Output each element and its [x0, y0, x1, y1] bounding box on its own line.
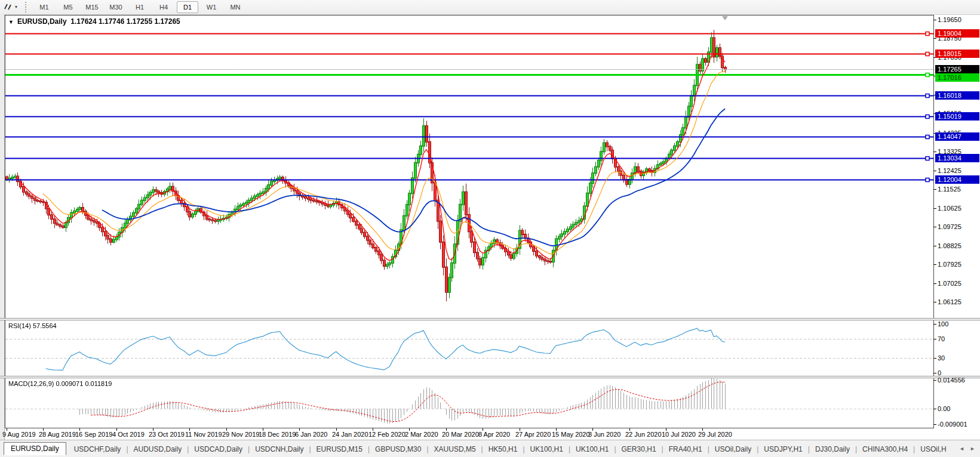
level-price-tag: 1.14047 [935, 132, 979, 141]
price-chart-canvas[interactable] [5, 16, 933, 318]
timeframe-button-h1[interactable]: H1 [129, 1, 150, 13]
price-tick-label: 1.19650 [938, 16, 961, 23]
timeframe-button-mn[interactable]: MN [225, 1, 246, 13]
rsi-tick [933, 373, 936, 373]
price-tick [933, 283, 936, 284]
timeframe-button-h4[interactable]: H4 [153, 1, 174, 13]
chart-title-symbol: EURUSD,Daily [17, 17, 67, 26]
chart-tab-hk50-h1[interactable]: HK50,H1 [483, 445, 523, 453]
chart-tab-uk100-h1[interactable]: UK100,H1 [570, 445, 614, 453]
chart-tab-usdcnh-daily[interactable]: USDCNH,Daily [250, 445, 309, 453]
rsi-panel-canvas[interactable] [5, 320, 933, 376]
price-tick [933, 246, 936, 246]
date-label: 3 Jun 2020 [588, 431, 620, 438]
level-price-tag: 1.18015 [935, 50, 979, 58]
rsi-tick-label: 30 [938, 354, 945, 362]
macd-panel-canvas[interactable] [5, 378, 933, 428]
chart-tab-fra40-h1[interactable]: FRA40,H1 [663, 445, 708, 453]
price-tick [933, 152, 936, 152]
chart-tools-icon[interactable]: ▾ [3, 2, 21, 13]
timeframe-button-m5[interactable]: M5 [57, 1, 79, 13]
date-label: 10 Jul 2020 [662, 431, 696, 438]
timeframe-button-m30[interactable]: M30 [105, 1, 127, 13]
timeframe-button-m1[interactable]: M1 [33, 1, 55, 13]
tabs-scroll-right-icon[interactable]: ► [970, 446, 975, 452]
date-label: 9 Aug 2019 [2, 431, 36, 438]
macd-tick-label: 0.00 [938, 405, 950, 412]
date-label: 12 Feb 2020 [368, 431, 405, 438]
chart-tabs: EURUSD,DailyUSDCHF,Daily|AUDUSD,Daily|US… [4, 440, 952, 457]
chart-tab-eurusd-daily[interactable]: EURUSD,Daily [4, 442, 66, 455]
price-tick [933, 171, 936, 171]
price-tick-label: 1.07025 [938, 280, 961, 287]
chart-tab-usdjpy-h1[interactable]: USDJPY,H1 [758, 445, 807, 453]
date-label: 24 Jan 2020 [332, 431, 368, 438]
price-tick-label: 1.09725 [938, 223, 961, 230]
price-tick-label: 1.08825 [938, 242, 961, 249]
chart-title: ▼EURUSD,Daily 1.17624 1.17746 1.17255 1.… [8, 17, 180, 26]
date-label: 27 Apr 2020 [515, 431, 551, 438]
chart-tab-usoil-h[interactable]: USOil,H [915, 445, 951, 453]
price-tick [933, 20, 936, 20]
level-price-tag: 1.16018 [935, 91, 979, 100]
macd-tick [933, 380, 936, 381]
macd-tick [933, 409, 936, 409]
oneclick-trading-arrow-icon[interactable]: ▼ [8, 19, 14, 25]
current-price-tag: 1.17265 [935, 65, 979, 73]
chart-tab-gbpusd-m30[interactable]: GBPUSD,M30 [370, 445, 426, 453]
chart-tab-uk100-h1[interactable]: UK100,H1 [525, 445, 569, 453]
mt4-window: ▾ M1M5M15M30H1H4D1W1MN ▼EURUSD,Daily 1.1… [0, 0, 980, 457]
tabs-scroll-left-icon[interactable]: ◄ [959, 446, 964, 452]
date-label: 11 Nov 2019 [185, 431, 222, 438]
price-tick-label: 1.11525 [938, 186, 961, 193]
macd-indicator-label: MACD(12,26,9) 0.009071 0.011819 [8, 380, 112, 387]
level-price-tag: 1.12004 [935, 175, 979, 184]
chart-tab-audusd-daily[interactable]: AUDUSD,Daily [128, 445, 188, 453]
price-tick [933, 189, 936, 190]
chart-tab-xauusd-m5[interactable]: XAUUSD,M5 [429, 445, 481, 453]
date-label: 29 Nov 2019 [222, 431, 259, 438]
timeframe-button-d1[interactable]: D1 [177, 1, 198, 13]
date-label: 20 Mar 2020 [442, 431, 479, 438]
date-label: 23 Oct 2019 [149, 431, 185, 438]
date-label: 18 Dec 2019 [259, 431, 296, 438]
chart-tab-usoil-daily[interactable]: USOil,Daily [709, 445, 757, 453]
chart-shift-marker-icon[interactable] [722, 16, 728, 20]
timeframe-button-w1[interactable]: W1 [201, 1, 222, 13]
chart-tab-dj30-daily[interactable]: DJ30,Daily [810, 445, 855, 453]
price-tick [933, 38, 936, 39]
toolbar: ▾ M1M5M15M30H1H4D1W1MN [0, 0, 980, 15]
level-price-tag: 1.13034 [935, 154, 979, 162]
level-price-tag: 1.17016 [935, 73, 979, 82]
date-label: 28 Aug 2019 [39, 431, 76, 438]
chart-title-ohlc: 1.17624 1.17746 1.17255 1.17265 [70, 17, 180, 26]
date-label: 4 Oct 2019 [112, 431, 145, 438]
price-tick [933, 208, 936, 209]
rsi-tick-label: 100 [938, 320, 948, 328]
rsi-indicator-label: RSI(14) 57.5564 [8, 322, 57, 329]
toolbar-grip[interactable] [25, 2, 28, 13]
chart-tab-ger30-h1[interactable]: GER30,H1 [616, 445, 662, 453]
date-label: 15 May 2020 [552, 431, 590, 438]
date-label: 8 Apr 2020 [478, 431, 510, 438]
chart-tab-eurusd-m15[interactable]: EURUSD,M15 [311, 445, 368, 453]
chart-tab-usdchf-daily[interactable]: USDCHF,Daily [69, 445, 127, 453]
chart-tab-usdcad-daily[interactable]: USDCAD,Daily [189, 445, 248, 453]
date-label: 6 Jan 2020 [295, 431, 327, 438]
price-tick [933, 227, 936, 227]
rsi-tick-label: 70 [938, 335, 945, 342]
rsi-tick-label: 0 [938, 369, 941, 376]
price-axis-border [933, 15, 934, 428]
date-label: 29 Jul 2020 [698, 431, 732, 438]
chart-tab-china300-h4[interactable]: CHINA300,H4 [857, 445, 913, 453]
price-tick-label: 1.12425 [938, 167, 961, 174]
date-label: 16 Sep 2019 [75, 431, 112, 438]
timeframe-toolbar: M1M5M15M30H1H4D1W1MN [33, 1, 246, 13]
price-tick [933, 302, 936, 302]
price-tick-label: 1.06125 [938, 298, 961, 305]
macd-tick [933, 424, 936, 425]
dropdown-caret-icon[interactable]: ▾ [15, 4, 17, 10]
date-label: 22 Jun 2020 [625, 431, 662, 438]
level-price-tag: 1.15019 [935, 112, 979, 121]
timeframe-button-m15[interactable]: M15 [81, 1, 103, 13]
